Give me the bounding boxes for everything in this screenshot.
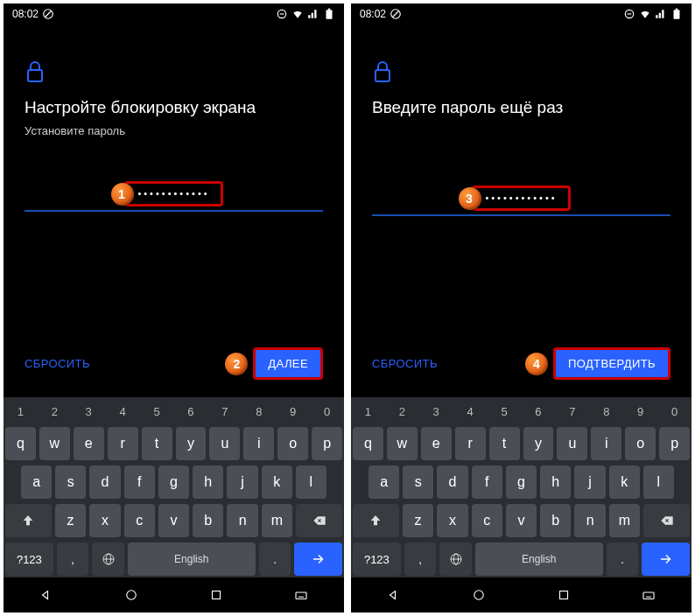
- key-8[interactable]: 8: [591, 401, 621, 422]
- nav-recent-icon[interactable]: [208, 587, 224, 603]
- key-u[interactable]: u: [209, 427, 240, 460]
- key-l[interactable]: l: [296, 466, 326, 499]
- key-j[interactable]: j: [227, 466, 257, 499]
- key-2[interactable]: 2: [387, 401, 418, 422]
- key-s[interactable]: s: [55, 466, 86, 499]
- key-b[interactable]: b: [193, 504, 223, 537]
- key-f[interactable]: f: [472, 466, 502, 499]
- key-comma[interactable]: ,: [404, 542, 437, 576]
- key-k[interactable]: k: [262, 466, 292, 499]
- key-y[interactable]: y: [176, 427, 207, 460]
- key-n[interactable]: n: [227, 504, 257, 537]
- key-1[interactable]: 1: [5, 401, 36, 422]
- key-g[interactable]: g: [506, 466, 537, 499]
- key-language[interactable]: [439, 542, 472, 576]
- key-w[interactable]: w: [39, 427, 70, 460]
- key-space[interactable]: English: [128, 542, 256, 576]
- key-c[interactable]: c: [124, 504, 155, 537]
- key-shift[interactable]: [5, 504, 52, 537]
- key-m[interactable]: m: [609, 504, 640, 537]
- key-5[interactable]: 5: [142, 401, 172, 422]
- key-d[interactable]: d: [89, 466, 120, 499]
- keyboard[interactable]: 1 2 3 4 5 6 7 8 9 0 q w e r t y u i o p …: [4, 397, 344, 578]
- key-4[interactable]: 4: [108, 401, 138, 422]
- next-button[interactable]: ДАЛЕЕ: [253, 347, 323, 380]
- nav-home-icon[interactable]: [123, 587, 139, 603]
- key-m[interactable]: m: [262, 504, 292, 537]
- key-e[interactable]: e: [74, 427, 104, 460]
- nav-back-icon[interactable]: [386, 587, 402, 603]
- key-p[interactable]: p: [659, 427, 690, 460]
- reset-button[interactable]: СБРОСИТЬ: [372, 357, 438, 370]
- key-z[interactable]: z: [55, 504, 86, 537]
- nav-back-icon[interactable]: [39, 587, 54, 603]
- key-s[interactable]: s: [403, 466, 433, 499]
- key-4[interactable]: 4: [455, 401, 486, 422]
- key-9[interactable]: 9: [277, 401, 308, 422]
- key-symbols[interactable]: ?123: [5, 542, 53, 576]
- key-space[interactable]: English: [475, 542, 603, 576]
- nav-home-icon[interactable]: [471, 587, 487, 603]
- key-shift[interactable]: [353, 504, 399, 537]
- key-c[interactable]: c: [472, 504, 502, 537]
- key-t[interactable]: t: [489, 427, 520, 460]
- key-9[interactable]: 9: [625, 401, 656, 422]
- key-a[interactable]: a: [369, 466, 399, 499]
- key-p[interactable]: p: [312, 427, 342, 460]
- nav-keyboard-icon[interactable]: [293, 587, 309, 603]
- key-r[interactable]: r: [455, 427, 486, 460]
- key-7[interactable]: 7: [209, 401, 240, 422]
- key-2[interactable]: 2: [39, 401, 70, 422]
- key-0[interactable]: 0: [659, 401, 690, 422]
- key-u[interactable]: u: [557, 427, 587, 460]
- key-i[interactable]: i: [591, 427, 621, 460]
- nav-recent-icon[interactable]: [556, 587, 572, 603]
- key-backspace[interactable]: [296, 504, 342, 537]
- key-3[interactable]: 3: [421, 401, 452, 422]
- key-q[interactable]: q: [353, 427, 383, 460]
- key-r[interactable]: r: [108, 427, 138, 460]
- key-w[interactable]: w: [387, 427, 418, 460]
- key-backspace[interactable]: [643, 504, 690, 537]
- key-j[interactable]: j: [574, 466, 605, 499]
- key-enter[interactable]: [642, 542, 690, 576]
- key-0[interactable]: 0: [312, 401, 342, 422]
- key-h[interactable]: h: [193, 466, 223, 499]
- key-v[interactable]: v: [506, 504, 537, 537]
- key-d[interactable]: d: [437, 466, 467, 499]
- key-1[interactable]: 1: [353, 401, 383, 422]
- key-7[interactable]: 7: [557, 401, 587, 422]
- key-y[interactable]: y: [523, 427, 554, 460]
- key-f[interactable]: f: [124, 466, 155, 499]
- key-6[interactable]: 6: [176, 401, 207, 422]
- key-h[interactable]: h: [540, 466, 571, 499]
- password-field[interactable]: 1 ••••••••••••: [25, 181, 323, 212]
- key-b[interactable]: b: [540, 504, 571, 537]
- key-o[interactable]: o: [277, 427, 308, 460]
- key-l[interactable]: l: [643, 466, 674, 499]
- key-q[interactable]: q: [5, 427, 36, 460]
- nav-keyboard-icon[interactable]: [641, 587, 656, 603]
- key-x[interactable]: x: [89, 504, 120, 537]
- key-x[interactable]: x: [437, 504, 467, 537]
- key-comma[interactable]: ,: [57, 542, 89, 576]
- key-period[interactable]: .: [607, 542, 639, 576]
- key-z[interactable]: z: [403, 504, 433, 537]
- key-enter[interactable]: [294, 542, 342, 576]
- keyboard[interactable]: 1 2 3 4 5 6 7 8 9 0 q w e r t y u i o p …: [351, 397, 691, 578]
- key-v[interactable]: v: [158, 504, 189, 537]
- key-o[interactable]: o: [625, 427, 656, 460]
- key-5[interactable]: 5: [489, 401, 520, 422]
- confirm-button[interactable]: ПОДТВЕРДИТЬ: [553, 347, 670, 380]
- key-3[interactable]: 3: [74, 401, 104, 422]
- key-k[interactable]: k: [609, 466, 640, 499]
- key-t[interactable]: t: [142, 427, 172, 460]
- key-6[interactable]: 6: [523, 401, 554, 422]
- key-i[interactable]: i: [243, 427, 274, 460]
- key-a[interactable]: a: [21, 466, 52, 499]
- password-field[interactable]: 3 ••••••••••••: [372, 186, 670, 216]
- key-n[interactable]: n: [574, 504, 605, 537]
- key-symbols[interactable]: ?123: [353, 542, 401, 576]
- key-8[interactable]: 8: [243, 401, 274, 422]
- key-g[interactable]: g: [158, 466, 189, 499]
